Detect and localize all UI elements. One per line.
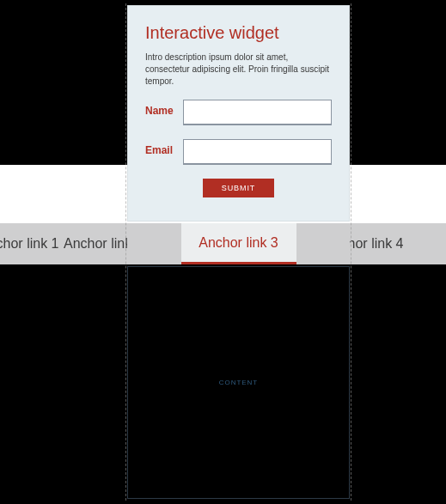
email-field[interactable]: [183, 139, 332, 165]
tab-active-label: Anchor link 3: [199, 235, 278, 251]
name-label: Name: [145, 100, 183, 117]
widget-intro-text: Intro description ipsum dolor sit amet, …: [145, 52, 332, 88]
content-panel: CONTENT: [127, 266, 350, 499]
widget-title: Interactive widget: [145, 23, 332, 43]
name-input[interactable]: [183, 100, 332, 125]
submit-row: SUBMIT: [145, 179, 332, 197]
tab-strip: Anchor link 3: [127, 223, 350, 264]
interactive-widget-panel: Interactive widget Intro description ips…: [127, 5, 350, 222]
content-placeholder-label: CONTENT: [219, 379, 258, 386]
email-label: Email: [145, 139, 183, 156]
form-row-email: Email: [145, 139, 332, 165]
submit-button[interactable]: SUBMIT: [203, 179, 274, 197]
tab-edge-right: [296, 223, 351, 264]
form-row-name: Name: [145, 100, 332, 125]
device-viewport: Interactive widget Intro description ips…: [127, 5, 350, 499]
tab-anchor-3[interactable]: Anchor link 3: [181, 223, 296, 264]
tab-anchor-1[interactable]: Anchor link 1: [0, 223, 59, 264]
tab-edge-left: [127, 223, 181, 264]
